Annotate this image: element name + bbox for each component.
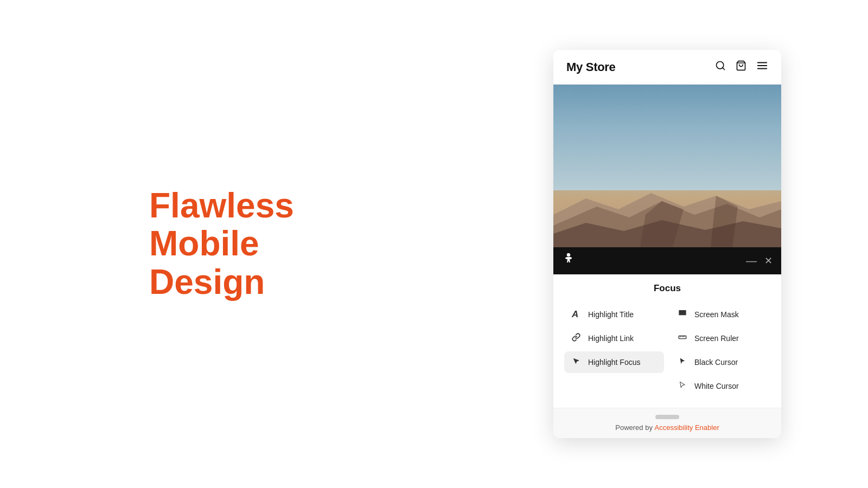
highlight-title-label: Highlight Title [588, 310, 634, 319]
navbar: My Store [553, 50, 781, 85]
a11y-controls: — ✕ [746, 255, 773, 267]
accessibility-bar: — ✕ [553, 247, 781, 274]
accessibility-icon[interactable] [562, 253, 575, 269]
highlight-title-icon: A [572, 309, 583, 320]
highlight-title-button[interactable]: A Highlight Title [564, 304, 664, 325]
black-cursor-button[interactable]: Black Cursor [671, 351, 770, 373]
white-cursor-icon [678, 381, 689, 391]
highlight-link-label: Highlight Link [588, 334, 634, 343]
accessibility-enabler-link[interactable]: Accessibility Enabler [655, 423, 719, 432]
focus-grid: A Highlight Title Highlight Link [564, 304, 770, 397]
black-cursor-label: Black Cursor [694, 358, 738, 367]
cart-icon[interactable] [736, 60, 746, 74]
black-cursor-icon [678, 357, 689, 368]
svg-line-1 [723, 68, 725, 70]
hero-section: Flawless Mobile Design [149, 187, 377, 301]
menu-icon[interactable] [756, 60, 768, 74]
screen-ruler-button[interactable]: Screen Ruler [671, 328, 770, 349]
minimize-button[interactable]: — [746, 255, 757, 266]
hero-image [553, 85, 781, 247]
white-cursor-button[interactable]: White Cursor [671, 375, 770, 397]
svg-rect-13 [679, 310, 686, 315]
powered-by: Powered by Accessibility Enabler [615, 423, 719, 432]
focus-panel: Focus A Highlight Title Hig [553, 274, 781, 408]
highlight-focus-icon [572, 357, 583, 368]
screen-mask-button[interactable]: Screen Mask [671, 304, 770, 325]
highlight-focus-label: Highlight Focus [588, 358, 641, 367]
highlight-link-button[interactable]: Highlight Link [564, 328, 664, 349]
focus-panel-title: Focus [564, 283, 770, 294]
highlight-link-icon [572, 333, 583, 344]
store-brand: My Store [566, 60, 616, 74]
search-icon[interactable] [715, 60, 726, 74]
toggle-pill[interactable] [655, 415, 679, 419]
mobile-mockup: My Store [553, 50, 781, 438]
screen-ruler-icon [678, 333, 689, 344]
close-button[interactable]: ✕ [764, 255, 773, 267]
white-cursor-label: White Cursor [694, 382, 739, 390]
hero-title: Flawless Mobile Design [149, 187, 377, 301]
navbar-icons [715, 60, 768, 74]
screen-mask-icon [678, 309, 689, 320]
highlight-focus-button[interactable]: Highlight Focus [564, 351, 664, 373]
screen-mask-label: Screen Mask [694, 310, 739, 319]
panel-footer: Powered by Accessibility Enabler [553, 408, 781, 438]
screen-ruler-label: Screen Ruler [694, 334, 739, 343]
